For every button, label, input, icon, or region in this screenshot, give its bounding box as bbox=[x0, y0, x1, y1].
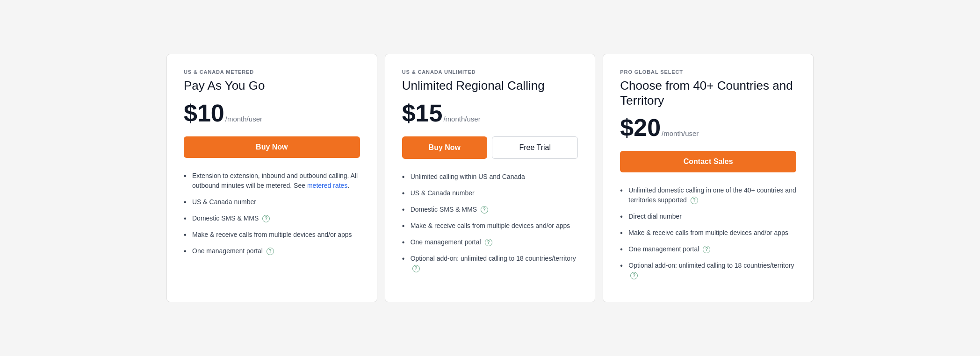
feature-item: Unlimited calling within US and Canada bbox=[402, 172, 578, 182]
plan-price-pro-global: $20 /month/user bbox=[620, 115, 796, 140]
feature-item: Make & receive calls from multiple devic… bbox=[620, 228, 796, 238]
feature-item: Make & receive calls from multiple devic… bbox=[184, 230, 360, 240]
feature-item: Optional add-on: unlimited calling to 18… bbox=[620, 261, 796, 280]
price-amount-unlimited: $15 bbox=[402, 101, 443, 125]
portal-help-icon-unlimited[interactable]: ? bbox=[485, 239, 492, 246]
contact-sales-button[interactable]: Contact Sales bbox=[620, 151, 796, 172]
button-group-pro-global: Contact Sales bbox=[620, 151, 796, 172]
price-suffix-pro-global: /month/user bbox=[662, 129, 699, 137]
sms-help-icon-unlimited[interactable]: ? bbox=[481, 206, 488, 214]
sms-help-icon[interactable]: ? bbox=[262, 215, 270, 222]
feature-item: Make & receive calls from multiple devic… bbox=[402, 221, 578, 231]
plan-title-metered: Pay As You Go bbox=[184, 78, 360, 93]
portal-help-icon[interactable]: ? bbox=[267, 248, 274, 255]
features-list-unlimited: Unlimited calling within US and Canada U… bbox=[402, 172, 578, 273]
plan-price-unlimited: $15 /month/user bbox=[402, 101, 578, 125]
feature-item: Domestic SMS & MMS ? bbox=[184, 214, 360, 223]
portal-help-icon-pro[interactable]: ? bbox=[703, 246, 710, 253]
plan-title-pro-global: Choose from 40+ Countries and Territory bbox=[620, 78, 796, 107]
buy-now-button-metered[interactable]: Buy Now bbox=[184, 136, 360, 158]
feature-item: Unlimited domestic calling in one of the… bbox=[620, 185, 796, 205]
feature-item: Direct dial number bbox=[620, 212, 796, 221]
pricing-container: US & CANADA METERED Pay As You Go $10 /m… bbox=[163, 54, 817, 302]
price-amount-metered: $10 bbox=[184, 101, 224, 125]
domestic-help-icon[interactable]: ? bbox=[691, 197, 698, 204]
plan-card-metered: US & CANADA METERED Pay As You Go $10 /m… bbox=[166, 54, 377, 302]
free-trial-button[interactable]: Free Trial bbox=[492, 136, 578, 159]
plan-card-pro-global: PRO GLOBAL SELECT Choose from 40+ Countr… bbox=[603, 54, 814, 302]
button-group-unlimited: Buy Now Free Trial bbox=[402, 136, 578, 159]
feature-item: One management portal ? bbox=[184, 246, 360, 256]
addon-help-icon-pro[interactable]: ? bbox=[630, 272, 638, 279]
feature-item: One management portal ? bbox=[620, 244, 796, 254]
metered-rates-link[interactable]: metered rates bbox=[307, 182, 347, 189]
price-suffix-metered: /month/user bbox=[225, 115, 262, 123]
plan-category-unlimited: US & CANADA UNLIMITED bbox=[402, 69, 578, 75]
feature-item: One management portal ? bbox=[402, 237, 578, 247]
addon-help-icon-unlimited[interactable]: ? bbox=[412, 265, 420, 272]
features-list-pro-global: Unlimited domestic calling in one of the… bbox=[620, 185, 796, 280]
feature-item: US & Canada number bbox=[184, 197, 360, 207]
price-amount-pro-global: $20 bbox=[620, 115, 661, 140]
price-suffix-unlimited: /month/user bbox=[443, 115, 480, 123]
plan-card-unlimited: US & CANADA UNLIMITED Unlimited Regional… bbox=[385, 54, 596, 302]
feature-item: US & Canada number bbox=[402, 188, 578, 198]
features-list-metered: Extension to extension, inbound and outb… bbox=[184, 171, 360, 256]
feature-item: Domestic SMS & MMS ? bbox=[402, 205, 578, 214]
feature-item: Optional add-on: unlimited calling to 18… bbox=[402, 254, 578, 273]
feature-item: Extension to extension, inbound and outb… bbox=[184, 171, 360, 191]
plan-price-metered: $10 /month/user bbox=[184, 101, 360, 125]
plan-category-metered: US & CANADA METERED bbox=[184, 69, 360, 75]
buy-now-button-unlimited[interactable]: Buy Now bbox=[402, 136, 487, 159]
plan-title-unlimited: Unlimited Regional Calling bbox=[402, 78, 578, 93]
button-group-metered: Buy Now bbox=[184, 136, 360, 158]
plan-category-pro-global: PRO GLOBAL SELECT bbox=[620, 69, 796, 75]
